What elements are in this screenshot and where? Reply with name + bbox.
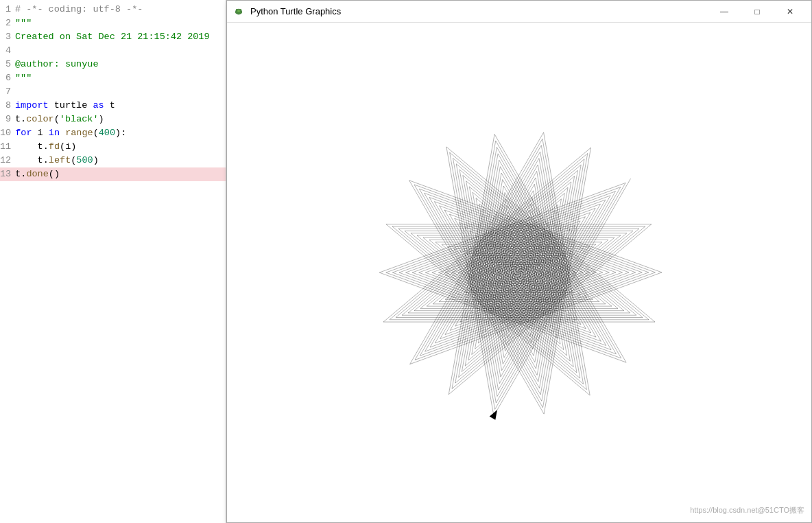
turtle-icon xyxy=(232,5,245,18)
line-number: 4 xyxy=(0,44,15,58)
svg-point-4 xyxy=(235,12,237,13)
code-line: 8import turtle as t xyxy=(0,99,226,113)
code-line: 11 t.fd(i) xyxy=(0,140,226,154)
turtle-titlebar: Python Turtle Graphics — □ ✕ xyxy=(227,1,811,23)
svg-point-7 xyxy=(237,10,238,10)
code-editor: 1# -*- coding: utf-8 -*-2"""3Created on … xyxy=(0,0,226,523)
line-content: t.left(500) xyxy=(15,154,226,167)
code-line: 1# -*- coding: utf-8 -*- xyxy=(0,3,226,16)
turtle-canvas: https://blog.csdn.net@51CTO搬客 xyxy=(227,23,811,522)
code-line: 10for i in range(400): xyxy=(0,126,226,140)
line-number: 11 xyxy=(0,140,15,154)
code-line: 12 t.left(500) xyxy=(0,154,226,167)
code-line: 5@author: sunyue xyxy=(0,58,226,71)
svg-point-6 xyxy=(238,13,239,14)
line-number: 1 xyxy=(0,3,15,16)
line-number: 7 xyxy=(0,85,15,99)
line-number: 13 xyxy=(0,167,15,181)
line-number: 8 xyxy=(0,99,15,113)
svg-point-5 xyxy=(241,12,242,13)
main-container: 1# -*- coding: utf-8 -*-2"""3Created on … xyxy=(0,0,812,523)
code-line: 7 xyxy=(0,85,226,99)
line-content: @author: sunyue xyxy=(15,58,226,71)
line-content: for i in range(400): xyxy=(15,126,226,140)
line-number: 6 xyxy=(0,71,15,85)
svg-point-2 xyxy=(236,8,237,10)
line-content: """ xyxy=(15,16,226,30)
line-content: import turtle as t xyxy=(15,99,226,113)
watermark: https://blog.csdn.net@51CTO搬客 xyxy=(690,505,804,515)
close-button[interactable]: ✕ xyxy=(774,1,806,23)
code-line: 2""" xyxy=(0,16,226,30)
turtle-drawing-canvas xyxy=(227,23,811,522)
line-number: 10 xyxy=(0,126,15,140)
line-content: t.color('black') xyxy=(15,113,226,126)
code-line: 13t.done() xyxy=(0,167,226,181)
line-number: 9 xyxy=(0,113,15,126)
code-line: 6""" xyxy=(0,71,226,85)
line-content: t.done() xyxy=(15,167,226,181)
line-number: 2 xyxy=(0,16,15,30)
line-number: 5 xyxy=(0,58,15,71)
code-line: 4 xyxy=(0,44,226,58)
line-content: """ xyxy=(15,71,226,85)
line-content: t.fd(i) xyxy=(15,140,226,154)
line-number: 12 xyxy=(0,154,15,167)
code-line: 3Created on Sat Dec 21 21:15:42 2019 xyxy=(0,30,226,44)
line-content: # -*- coding: utf-8 -*- xyxy=(15,3,226,16)
maximize-button[interactable]: □ xyxy=(741,1,773,23)
svg-point-3 xyxy=(240,8,241,10)
svg-point-8 xyxy=(239,10,240,10)
turtle-window: Python Turtle Graphics — □ ✕ https://blo… xyxy=(226,0,812,523)
svg-point-1 xyxy=(237,9,241,12)
line-content: Created on Sat Dec 21 21:15:42 2019 xyxy=(15,30,226,44)
turtle-window-title: Python Turtle Graphics xyxy=(250,6,708,16)
line-content xyxy=(15,44,226,58)
line-content xyxy=(15,85,226,99)
line-number: 3 xyxy=(0,30,15,44)
minimize-button[interactable]: — xyxy=(708,1,740,23)
code-line: 9t.color('black') xyxy=(0,113,226,126)
window-controls: — □ ✕ xyxy=(708,1,806,23)
